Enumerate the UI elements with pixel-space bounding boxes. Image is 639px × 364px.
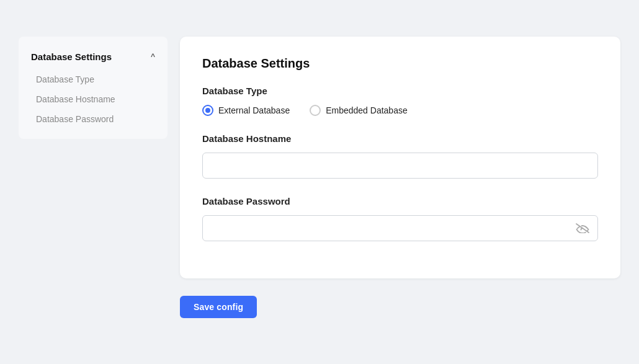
database-hostname-group: Database Hostname <box>202 133 598 179</box>
sidebar-item-database-type[interactable]: Database Type <box>19 69 168 89</box>
database-type-group: Database Type External Database Embedded… <box>202 86 598 116</box>
radio-embedded-label: Embedded Database <box>326 105 408 115</box>
database-password-label: Database Password <box>202 196 598 206</box>
radio-external[interactable] <box>202 105 213 116</box>
radio-option-external[interactable]: External Database <box>202 105 290 116</box>
hostname-input-wrapper <box>202 153 598 179</box>
card-title: Database Settings <box>202 56 598 71</box>
sidebar-item-database-hostname[interactable]: Database Hostname <box>19 89 168 109</box>
sidebar-header-label: Database Settings <box>31 51 112 62</box>
radio-option-embedded[interactable]: Embedded Database <box>310 105 408 116</box>
database-password-input[interactable] <box>202 215 598 241</box>
database-password-group: Database Password <box>202 196 598 241</box>
page-wrapper: Database Settings ^ Database Type Databa… <box>0 18 639 347</box>
action-bar: Save config <box>180 286 620 328</box>
sidebar-item-database-password[interactable]: Database Password <box>19 109 168 129</box>
radio-external-label: External Database <box>218 105 290 115</box>
eye-slash-icon <box>576 223 589 233</box>
database-type-radio-group: External Database Embedded Database <box>202 105 598 116</box>
database-hostname-input[interactable] <box>202 153 598 179</box>
chevron-up-icon: ^ <box>151 52 155 61</box>
sidebar: Database Settings ^ Database Type Databa… <box>19 37 168 139</box>
radio-embedded[interactable] <box>310 105 321 116</box>
database-hostname-label: Database Hostname <box>202 133 598 144</box>
sidebar-header[interactable]: Database Settings ^ <box>19 47 168 67</box>
password-toggle-icon[interactable] <box>576 223 589 233</box>
settings-card: Database Settings Database Type External… <box>180 37 620 278</box>
main-content: Database Settings Database Type External… <box>180 37 620 328</box>
password-input-wrapper <box>202 215 598 241</box>
database-type-label: Database Type <box>202 86 598 96</box>
save-config-button[interactable]: Save config <box>180 296 257 318</box>
sidebar-nav: Database Type Database Hostname Database… <box>19 69 168 129</box>
